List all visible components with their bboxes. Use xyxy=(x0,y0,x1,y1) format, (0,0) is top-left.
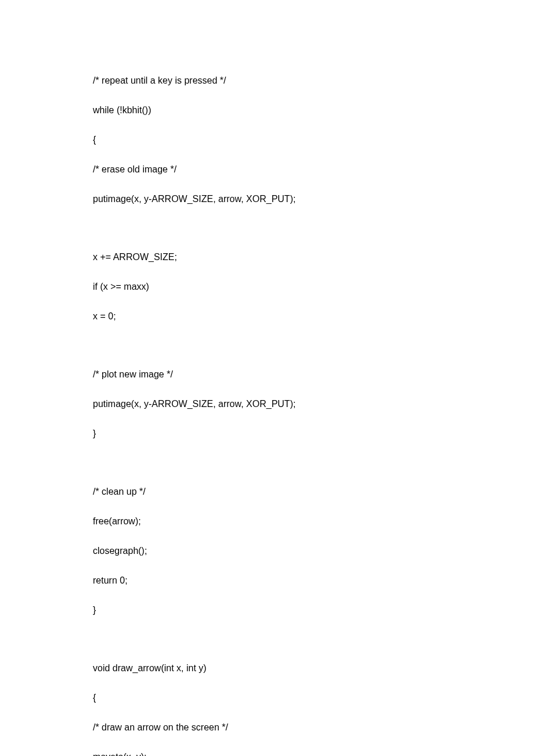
code-line: x = 0; xyxy=(93,311,534,322)
code-line: } xyxy=(93,429,534,439)
code-line: /* repeat until a key is pressed */ xyxy=(93,75,534,86)
code-line: } xyxy=(93,605,534,615)
code-block: /* repeat until a key is pressed */while… xyxy=(93,75,534,756)
code-line: putimage(x, y-ARROW_SIZE, arrow, XOR_PUT… xyxy=(93,399,534,409)
code-line: /* plot new image */ xyxy=(93,369,534,380)
code-line: closegraph(); xyxy=(93,546,534,556)
code-line: { xyxy=(93,135,534,145)
code-line: void draw_arrow(int x, int y) xyxy=(93,663,534,674)
code-line: /* draw an arrow on the screen */ xyxy=(93,722,534,733)
code-line: /* clean up */ xyxy=(93,487,534,497)
code-line: { xyxy=(93,693,534,703)
code-line: return 0; xyxy=(93,575,534,586)
code-line: moveto(x, y); xyxy=(93,752,534,756)
code-line: while (!kbhit()) xyxy=(93,105,534,116)
code-line: if (x >= maxx) xyxy=(93,282,534,292)
code-line: putimage(x, y-ARROW_SIZE, arrow, XOR_PUT… xyxy=(93,194,534,204)
code-line: /* erase old image */ xyxy=(93,164,534,175)
code-line: x += ARROW_SIZE; xyxy=(93,252,534,262)
code-line: free(arrow); xyxy=(93,516,534,527)
